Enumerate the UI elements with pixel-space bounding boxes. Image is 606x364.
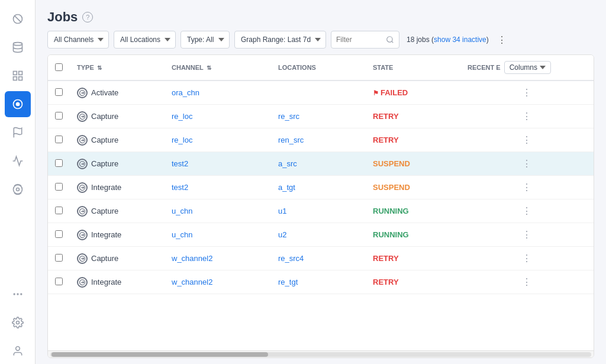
th-locations: LOCATIONS — [271, 55, 366, 80]
actions-cell: ⋮ — [460, 80, 594, 105]
row-checkbox[interactable] — [55, 278, 63, 285]
row-menu-button[interactable]: ⋮ — [468, 229, 586, 240]
svg-point-8 — [16, 103, 19, 106]
row-checkbox[interactable] — [55, 112, 63, 120]
type-cell: Capture — [70, 128, 165, 152]
svg-point-15 — [16, 321, 19, 324]
th-recent: RECENT E Columns — [460, 55, 594, 80]
sidebar-item-database[interactable] — [5, 34, 31, 60]
row-menu-button[interactable]: ⋮ — [468, 134, 586, 146]
sidebar-item-settings[interactable] — [5, 310, 31, 336]
channel-link[interactable]: w_channel2 — [172, 278, 212, 286]
location-link[interactable]: re_tgt — [278, 278, 298, 286]
state-cell: SUSPEND — [366, 176, 460, 199]
sidebar-item-block[interactable] — [5, 6, 31, 32]
channel-link[interactable]: test2 — [172, 183, 188, 192]
type-label: Capture — [91, 207, 118, 215]
th-state: STATE — [366, 55, 460, 80]
row-checkbox-cell — [48, 128, 70, 152]
locations-cell: re_src4 — [271, 247, 366, 270]
channel-sort-icon: ⇅ — [207, 65, 211, 71]
state-badge: ⚑FAILED — [373, 88, 408, 97]
channel-link[interactable]: test2 — [172, 159, 188, 168]
row-checkbox[interactable] — [55, 254, 63, 262]
type-label: Activate — [91, 88, 118, 97]
row-menu-button[interactable]: ⋮ — [468, 87, 586, 98]
location-link[interactable]: re_src — [278, 112, 299, 121]
sidebar-item-dots[interactable] — [5, 281, 31, 307]
location-link[interactable]: u2 — [278, 230, 286, 239]
location-link[interactable]: re_src4 — [278, 254, 304, 263]
show-inactive-link[interactable]: show 34 inactive — [434, 36, 486, 44]
actions-cell: ⋮ — [460, 176, 594, 199]
filter-input[interactable] — [336, 36, 383, 44]
channel-link[interactable]: u_chn — [172, 207, 192, 215]
help-icon[interactable]: ? — [82, 12, 93, 22]
select-all-checkbox[interactable] — [55, 63, 63, 71]
range-select[interactable]: Graph Range: Last 7d — [234, 31, 326, 49]
type-icon — [77, 159, 88, 169]
sidebar-item-chart[interactable] — [5, 148, 31, 174]
row-menu-button[interactable]: ⋮ — [468, 205, 586, 217]
channel-cell: u_chn — [165, 199, 271, 223]
row-checkbox-cell — [48, 80, 70, 105]
type-label: Capture — [91, 112, 118, 121]
channel-link[interactable]: re_loc — [172, 136, 192, 144]
svg-line-1 — [14, 15, 21, 22]
channel-select[interactable]: All Channels — [47, 31, 109, 49]
sidebar-item-flag[interactable] — [5, 120, 31, 146]
type-label: Integrate — [91, 278, 121, 286]
row-menu-button[interactable]: ⋮ — [468, 276, 586, 288]
row-checkbox[interactable] — [55, 183, 63, 191]
row-checkbox[interactable] — [55, 230, 63, 238]
table-row: Capture test2 a_src SUSPEND ⋮ — [48, 152, 594, 176]
location-link[interactable]: a_tgt — [278, 183, 295, 192]
th-type[interactable]: TYPE ⇅ — [70, 55, 165, 80]
state-cell: RETRY — [366, 270, 460, 294]
table-row: Integrate u_chn u2 RUNNING ⋮ — [48, 223, 594, 247]
sidebar-item-grid[interactable] — [5, 63, 31, 89]
location-select[interactable]: All Locations — [114, 31, 176, 49]
table-row: Capture re_loc re_src RETRY ⋮ — [48, 105, 594, 128]
row-checkbox[interactable] — [55, 136, 63, 143]
scroll-thumb — [51, 352, 268, 357]
table-scroll[interactable]: TYPE ⇅ CHANNEL ⇅ LOCATIONS STATE — [48, 55, 594, 350]
row-checkbox-cell — [48, 223, 70, 247]
columns-dropdown-icon — [540, 66, 546, 69]
filter-box — [331, 31, 399, 49]
row-menu-button[interactable]: ⋮ — [468, 182, 586, 193]
state-badge: RETRY — [373, 278, 399, 286]
location-link[interactable]: a_src — [278, 159, 297, 168]
locations-cell: u1 — [271, 199, 366, 223]
row-checkbox[interactable] — [55, 88, 63, 96]
channel-link[interactable]: re_loc — [172, 112, 192, 121]
sidebar-item-settings-alt[interactable] — [5, 176, 31, 202]
row-menu-button[interactable]: ⋮ — [468, 253, 586, 264]
flag-icon: ⚑ — [373, 89, 379, 96]
locations-cell — [271, 80, 366, 105]
channel-link[interactable]: ora_chn — [172, 88, 199, 97]
svg-rect-6 — [18, 77, 22, 80]
type-sort-icon: ⇅ — [97, 65, 102, 71]
columns-button[interactable]: Columns — [504, 61, 551, 74]
svg-point-13 — [17, 293, 18, 295]
th-channel[interactable]: CHANNEL ⇅ — [165, 55, 271, 80]
svg-point-11 — [13, 185, 22, 194]
row-checkbox[interactable] — [55, 159, 63, 167]
state-cell: SUSPEND — [366, 152, 460, 176]
actions-cell: ⋮ — [460, 247, 594, 270]
row-checkbox[interactable] — [55, 207, 63, 214]
jobs-count: 18 jobs (show 34 inactive) — [407, 36, 489, 44]
sidebar-item-jobs[interactable] — [5, 91, 31, 117]
channel-link[interactable]: w_channel2 — [172, 254, 212, 263]
location-link[interactable]: ren_src — [278, 136, 304, 144]
sidebar — [0, 0, 36, 364]
location-link[interactable]: u1 — [278, 207, 286, 215]
more-options-button[interactable]: ⋮ — [495, 33, 509, 47]
sidebar-item-user[interactable] — [5, 338, 31, 364]
row-menu-button[interactable]: ⋮ — [468, 111, 586, 122]
svg-point-16 — [15, 347, 20, 351]
channel-link[interactable]: u_chn — [172, 230, 192, 239]
type-select[interactable]: Type: All — [180, 31, 230, 49]
row-menu-button[interactable]: ⋮ — [468, 158, 586, 169]
